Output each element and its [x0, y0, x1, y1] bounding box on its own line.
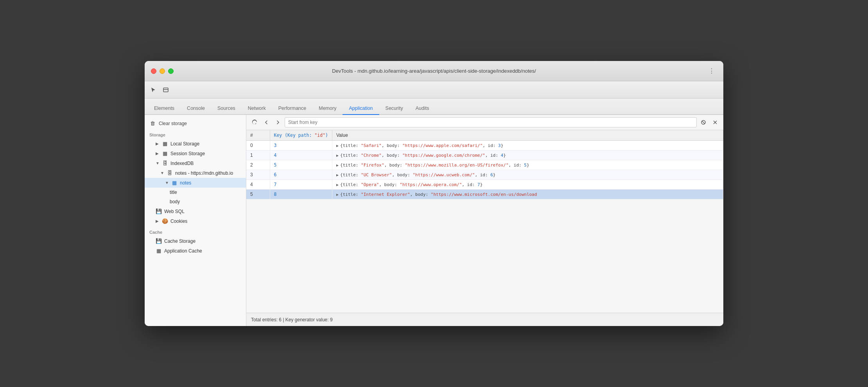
table-row[interactable]: 36▶{title: "UC Browser", body: "https://…	[246, 170, 723, 180]
sidebar-item-title-field[interactable]: title	[145, 188, 246, 197]
no-start-icon	[701, 120, 706, 125]
notes-store-icon: ▦	[171, 180, 178, 186]
cursor-tool-button[interactable]	[148, 84, 159, 95]
window-title: DevTools - mdn.github.io/learning-area/j…	[332, 68, 536, 74]
main-area: 🗑 Clear storage Storage ▶ ▦ Local Storag…	[145, 115, 723, 326]
sidebar-item-notes-store[interactable]: ▼ ▦ notes	[145, 178, 246, 188]
cell-value: ▶{title: "Firefox", body: "https://www.m…	[332, 160, 723, 170]
cookies-icon: 🍪	[162, 218, 168, 224]
application-cache-label: Application Cache	[164, 248, 202, 254]
data-table: # Key (Key path: "id") Value 03▶{title: …	[246, 130, 723, 313]
cell-index: 2	[246, 160, 270, 170]
expand-arrow-notes-store: ▼	[165, 181, 169, 185]
tab-sources[interactable]: Sources	[211, 102, 242, 115]
websql-label: Web SQL	[164, 209, 185, 214]
cell-index: 5	[246, 190, 270, 199]
indexeddb-label: IndexedDB	[170, 161, 194, 166]
notes-db-icon: 🗄	[167, 170, 173, 176]
col-header-value: Value	[332, 130, 723, 141]
cache-storage-icon: 💾	[156, 238, 162, 244]
tab-console[interactable]: Console	[181, 102, 211, 115]
tab-memory[interactable]: Memory	[312, 102, 343, 115]
cell-key: 7	[270, 180, 332, 190]
forward-icon	[275, 120, 281, 125]
tab-elements[interactable]: Elements	[148, 102, 181, 115]
tab-audits[interactable]: Audits	[409, 102, 436, 115]
clear-filter-icon	[712, 120, 718, 125]
cell-index: 3	[246, 170, 270, 180]
tab-security[interactable]: Security	[379, 102, 409, 115]
back-icon	[264, 120, 269, 125]
sidebar-item-notes-db[interactable]: ▼ 🗄 notes - https://mdn.github.io	[145, 168, 246, 178]
cell-value: ▶{title: "Opera", body: "https://www.ope…	[332, 180, 723, 190]
expand-arrow-indexeddb: ▼	[156, 161, 160, 165]
minimize-button[interactable]	[160, 68, 165, 74]
query-bar	[246, 115, 723, 130]
dock-button[interactable]	[160, 84, 171, 95]
refresh-icon	[252, 120, 257, 125]
cell-value: ▶{title: "UC Browser", body: "https://ww…	[332, 170, 723, 180]
close-button[interactable]	[151, 68, 156, 74]
col-header-index: #	[246, 130, 270, 141]
indexeddb-icon: 🗄	[162, 160, 168, 166]
table-row[interactable]: 58▶{title: "Internet Explorer", body: "h…	[246, 190, 723, 199]
more-button[interactable]: ⋮	[706, 66, 717, 77]
sidebar-item-cache-storage[interactable]: 💾 Cache Storage	[145, 236, 246, 246]
cell-key: 8	[270, 190, 332, 199]
sidebar: 🗑 Clear storage Storage ▶ ▦ Local Storag…	[145, 115, 246, 326]
notes-store-label: notes	[180, 180, 191, 186]
cell-value: ▶{title: "Chrome", body: "https://www.go…	[332, 150, 723, 160]
table-row[interactable]: 03▶{title: "Safari", body: "https://www.…	[246, 141, 723, 150]
dock-icon	[163, 87, 169, 93]
sidebar-item-websql[interactable]: 💾 Web SQL	[145, 206, 246, 216]
table-row[interactable]: 25▶{title: "Firefox", body: "https://www…	[246, 160, 723, 170]
svg-line-3	[702, 121, 705, 124]
refresh-button[interactable]	[249, 117, 260, 127]
cell-value: ▶{title: "Internet Explorer", body: "htt…	[332, 190, 723, 199]
clear-filter-button[interactable]	[710, 117, 720, 127]
tab-network[interactable]: Network	[242, 102, 272, 115]
notes-db-label: notes - https://mdn.github.io	[175, 170, 233, 176]
statusbar: Total entries: 6 | Key generator value: …	[246, 313, 723, 326]
forward-button[interactable]	[273, 117, 283, 127]
svg-rect-0	[163, 88, 168, 92]
sidebar-item-application-cache[interactable]: ▦ Application Cache	[145, 246, 246, 256]
tab-performance[interactable]: Performance	[272, 102, 313, 115]
sidebar-item-indexeddb[interactable]: ▼ 🗄 IndexedDB	[145, 158, 246, 168]
table-row[interactable]: 14▶{title: "Chrome", body: "https://www.…	[246, 150, 723, 160]
sidebar-item-cookies[interactable]: ▶ 🍪 Cookies	[145, 216, 246, 226]
sidebar-item-body-field[interactable]: body	[145, 197, 246, 206]
body-field-label: body	[170, 199, 180, 204]
status-text: Total entries: 6 | Key generator value: …	[251, 317, 333, 322]
local-storage-icon: ▦	[162, 141, 168, 147]
traffic-lights	[151, 68, 174, 74]
cache-storage-label: Cache Storage	[164, 238, 195, 244]
tab-application[interactable]: Application	[343, 102, 379, 115]
cell-key: 4	[270, 150, 332, 160]
cursor-icon	[150, 87, 156, 93]
expand-arrow-session-storage: ▶	[156, 151, 160, 156]
clear-storage-button[interactable]: 🗑 Clear storage	[145, 118, 246, 129]
no-start-button[interactable]	[698, 117, 708, 127]
cookies-label: Cookies	[170, 219, 187, 224]
clear-storage-label: Clear storage	[159, 121, 187, 126]
application-cache-icon: ▦	[156, 248, 162, 254]
cell-value: ▶{title: "Safari", body: "https://www.ap…	[332, 141, 723, 150]
sidebar-item-local-storage[interactable]: ▶ ▦ Local Storage	[145, 139, 246, 149]
col-header-key: Key (Key path: "id")	[270, 130, 332, 141]
cell-key: 5	[270, 160, 332, 170]
sidebar-item-session-storage[interactable]: ▶ ▦ Session Storage	[145, 149, 246, 158]
titlebar: DevTools - mdn.github.io/learning-area/j…	[145, 61, 723, 81]
table-row[interactable]: 47▶{title: "Opera", body: "https://www.o…	[246, 180, 723, 190]
expand-arrow-notes-db: ▼	[160, 171, 164, 175]
session-storage-label: Session Storage	[170, 151, 205, 156]
expand-arrow-cookies: ▶	[156, 219, 160, 223]
key-filter-input[interactable]	[285, 117, 697, 127]
session-storage-icon: ▦	[162, 150, 168, 156]
back-button[interactable]	[261, 117, 271, 127]
storage-section-label: Storage	[145, 129, 246, 139]
maximize-button[interactable]	[168, 68, 174, 74]
cache-section-label: Cache	[145, 226, 246, 236]
cell-key: 6	[270, 170, 332, 180]
trash-icon: 🗑	[149, 120, 156, 126]
